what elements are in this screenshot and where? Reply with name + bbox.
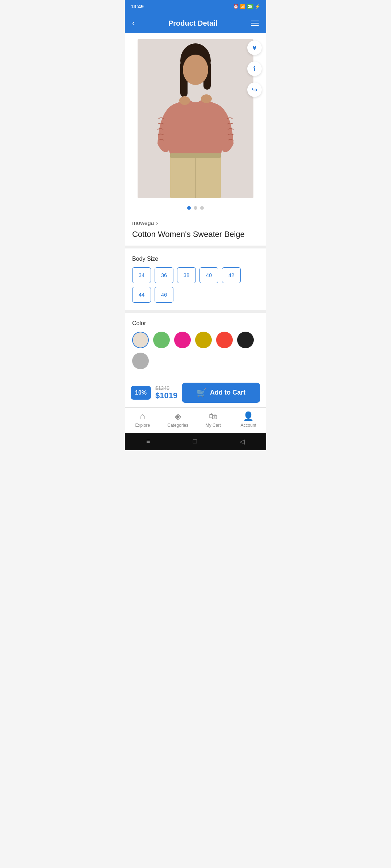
menu-line-1: [251, 21, 259, 21]
color-section: Color: [125, 313, 266, 378]
status-bar: 13:49 ⏰ 📶 35 ⚡: [125, 0, 266, 13]
android-home-btn[interactable]: □: [193, 438, 197, 445]
size-btn-34[interactable]: 34: [132, 267, 151, 283]
sale-price: $1019: [155, 391, 177, 400]
color-green[interactable]: [153, 332, 170, 348]
bottom-pricing-bar: 10% $1249 $1019 🛒 Add to Cart: [125, 378, 266, 407]
nav-categories[interactable]: ◈ Categories: [160, 411, 196, 428]
battery-level: 35: [247, 4, 253, 9]
menu-line-2: [251, 23, 259, 24]
page-title: Product Detail: [135, 19, 251, 27]
price-column: $1249 $1019: [155, 385, 177, 400]
svg-point-6: [179, 96, 190, 105]
heart-icon: ♥: [252, 44, 257, 52]
product-image: [138, 39, 253, 198]
color-orange[interactable]: [216, 332, 233, 348]
product-title: Cotton Women's Sweater Beige: [132, 229, 259, 240]
size-btn-38[interactable]: 38: [177, 267, 196, 283]
menu-line-3: [251, 25, 259, 26]
android-back-btn[interactable]: ◁: [240, 438, 245, 446]
brand-name[interactable]: mowega: [132, 220, 154, 226]
cart-icon: 🛒: [197, 388, 206, 397]
menu-button[interactable]: [251, 21, 259, 26]
favorite-button[interactable]: ♥: [247, 41, 262, 55]
svg-point-7: [201, 94, 212, 103]
android-menu-btn[interactable]: ≡: [146, 438, 150, 445]
color-label: Color: [132, 320, 259, 327]
dot-1[interactable]: [187, 206, 191, 210]
side-actions: ♥ ℹ ↪: [247, 41, 262, 97]
brand-row: mowega ›: [132, 220, 259, 226]
product-image-section: ♥ ℹ ↪: [125, 33, 266, 202]
bottom-nav: ⌂ Explore ◈ Categories 🛍 My Cart 👤 Accou…: [125, 407, 266, 433]
size-btn-44[interactable]: 44: [132, 287, 151, 303]
signal-icon: 📶: [240, 4, 245, 9]
my-cart-icon: 🛍: [209, 411, 218, 421]
explore-label: Explore: [135, 423, 150, 428]
color-black[interactable]: [237, 332, 254, 348]
color-pink[interactable]: [174, 332, 191, 348]
color-beige[interactable]: [132, 332, 149, 348]
dot-2[interactable]: [194, 206, 197, 210]
alarm-icon: ⏰: [233, 4, 239, 9]
color-gray[interactable]: [132, 353, 149, 369]
categories-label: Categories: [167, 423, 188, 428]
size-btn-42[interactable]: 42: [222, 267, 241, 283]
add-to-cart-label: Add to Cart: [210, 389, 245, 396]
add-to-cart-button[interactable]: 🛒 Add to Cart: [182, 383, 260, 403]
account-icon: 👤: [243, 411, 254, 421]
nav-my-cart[interactable]: 🛍 My Cart: [196, 411, 231, 428]
size-options: 34 36 38 40 42 44 46: [132, 267, 259, 303]
status-icons: ⏰ 📶 35 ⚡: [233, 4, 260, 9]
nav-account[interactable]: 👤 Account: [231, 411, 266, 428]
explore-icon: ⌂: [140, 411, 146, 421]
divider-1: [125, 246, 266, 248]
size-btn-40[interactable]: 40: [199, 267, 218, 283]
svg-rect-9: [170, 153, 221, 158]
color-options: [132, 332, 259, 369]
original-price: $1249: [155, 385, 177, 391]
info-button[interactable]: ℹ: [247, 61, 262, 76]
info-icon: ℹ: [253, 64, 256, 73]
my-cart-label: My Cart: [206, 423, 221, 428]
image-dots: [125, 202, 266, 216]
share-button[interactable]: ↪: [247, 82, 262, 97]
nav-explore[interactable]: ⌂ Explore: [125, 411, 160, 428]
share-icon: ↪: [252, 85, 258, 94]
categories-icon: ◈: [175, 411, 181, 421]
color-gold[interactable]: [195, 332, 212, 348]
charging-icon: ⚡: [255, 4, 260, 9]
dot-3[interactable]: [200, 206, 204, 210]
size-label: Body Size: [132, 256, 259, 262]
account-label: Account: [241, 423, 256, 428]
discount-badge: 10%: [131, 386, 151, 400]
product-info: mowega › Cotton Women's Sweater Beige: [125, 216, 266, 246]
divider-2: [125, 310, 266, 313]
svg-point-5: [183, 55, 208, 85]
size-section: Body Size 34 36 38 40 42 44 46: [125, 248, 266, 310]
header: ‹ Product Detail: [125, 13, 266, 33]
size-btn-36[interactable]: 36: [155, 267, 173, 283]
android-nav-bar: ≡ □ ◁: [125, 433, 266, 450]
brand-chevron-icon: ›: [156, 220, 158, 226]
size-btn-46[interactable]: 46: [155, 287, 173, 303]
back-button[interactable]: ‹: [132, 18, 135, 28]
status-time: 13:49: [131, 4, 144, 9]
